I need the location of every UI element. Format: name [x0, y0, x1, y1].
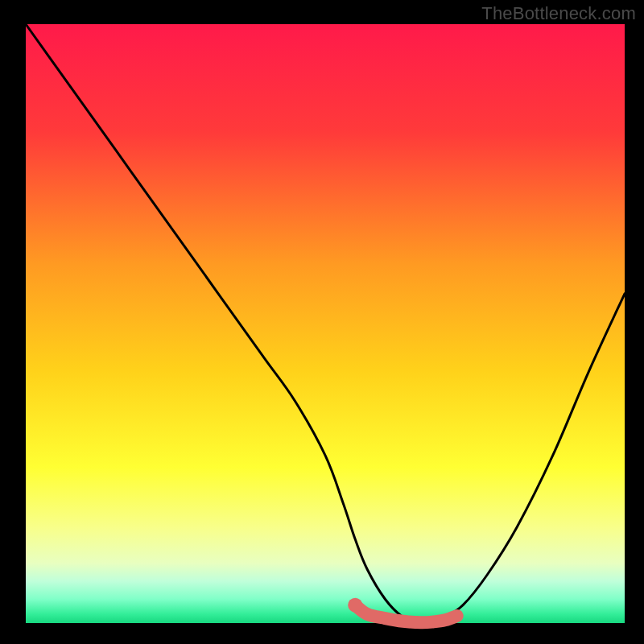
- watermark-text: TheBottleneck.com: [481, 3, 636, 24]
- chart-frame: TheBottleneck.com: [0, 0, 644, 644]
- bottleneck-chart: [0, 0, 644, 644]
- plot-background: [26, 24, 625, 623]
- optimal-point-marker: [348, 598, 362, 613]
